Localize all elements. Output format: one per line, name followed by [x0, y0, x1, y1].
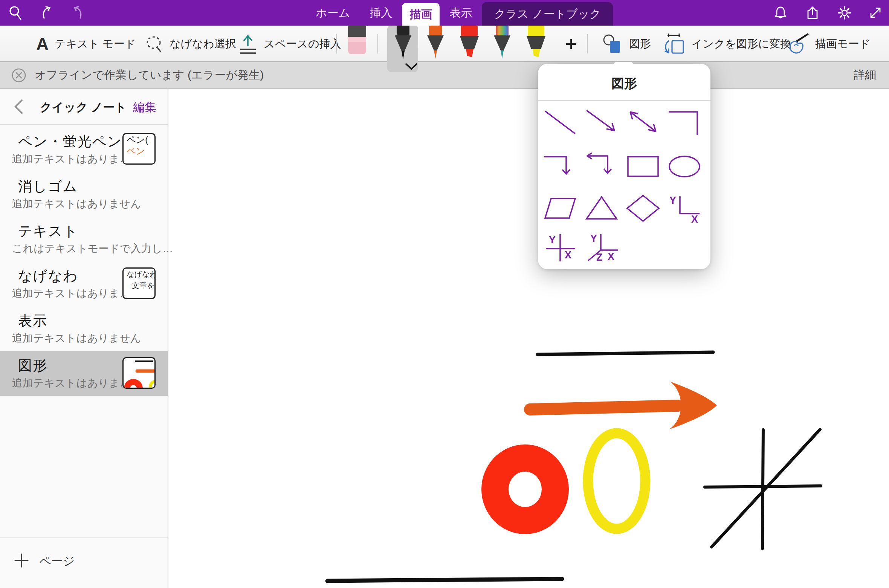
insert-space-icon: [238, 34, 258, 55]
shape-double-arrow[interactable]: [625, 108, 661, 137]
thumbnail-ink-text: なげなわ: [124, 269, 154, 280]
shape-rectangle[interactable]: [625, 151, 661, 180]
shape-line[interactable]: [542, 108, 578, 137]
shape-diamond[interactable]: [625, 194, 661, 223]
share-icon[interactable]: [805, 5, 820, 20]
banner-details-button[interactable]: 詳細: [854, 67, 876, 83]
red-highlighter-tool[interactable]: [458, 26, 481, 62]
ink-orange-arrow-shaft[interactable]: [530, 406, 678, 409]
pen-options-chevron-down-icon[interactable]: [404, 63, 419, 71]
toolbar-divider: [377, 34, 378, 53]
page-row-text[interactable]: テキスト これはテキストモードで入力し…: [0, 217, 168, 261]
search-icon[interactable]: [8, 5, 23, 20]
toolbar-divider: [336, 34, 337, 53]
shape-axis-quadrant[interactable]: Y X: [542, 234, 578, 262]
page-subtitle: 追加テキストはありま…: [12, 286, 130, 301]
thumbnail-ink-text: 文章を: [124, 280, 154, 291]
eraser-tool[interactable]: [346, 26, 368, 57]
shape-elbow-double-arrow[interactable]: [584, 151, 620, 180]
ink-to-shape-icon: [662, 32, 686, 56]
ink-cross-horizontal[interactable]: [705, 486, 821, 487]
page-thumbnail: なげなわ 文章を: [122, 267, 156, 299]
tab-home[interactable]: ホーム: [306, 0, 360, 26]
tab-draw[interactable]: 描画: [402, 3, 440, 26]
ink-black-line-top[interactable]: [538, 352, 713, 354]
shape-elbow-arrow-down[interactable]: [542, 151, 578, 180]
ink-black-line-bottom[interactable]: [327, 579, 562, 581]
shapes-button[interactable]: 図形: [602, 26, 651, 62]
shapes-icon: [602, 33, 623, 55]
popup-divider: [538, 100, 710, 101]
text-mode-label: テキスト モード: [55, 37, 136, 52]
undo-icon[interactable]: [39, 5, 54, 20]
text-mode-button[interactable]: A テキスト モード: [36, 26, 136, 62]
svg-text:Z: Z: [596, 252, 603, 262]
back-chevron-icon[interactable]: [14, 99, 23, 115]
ink-to-shape-button[interactable]: インクを図形に変換: [662, 26, 791, 62]
yellow-highlighter-tool[interactable]: [524, 26, 548, 62]
page-row-pen-highlighter[interactable]: ペン・蛍光ペン 追加テキストはありま… ペン( ペン: [0, 127, 168, 172]
shapes-popup: 図形 Y X: [538, 64, 710, 269]
shape-parallelogram[interactable]: [542, 194, 578, 223]
titlebar: ホーム 挿入 描画 表示 クラス ノートブック: [0, 0, 889, 26]
svg-text:X: X: [691, 214, 698, 223]
page-row-shapes-selected[interactable]: 図形 追加テキストはありま…: [0, 351, 168, 396]
lasso-select-button[interactable]: なげなわ選択: [145, 26, 236, 62]
page-title: 消しゴム: [18, 177, 78, 196]
shape-axis-xyz[interactable]: Y Z X: [584, 234, 620, 262]
draw-mode-label: 描画モード: [815, 37, 870, 52]
shapes-popup-title: 図形: [538, 75, 710, 92]
orange-pen-tool[interactable]: [424, 26, 447, 62]
page-subtitle: これはテキストモードで入力し…: [12, 241, 173, 256]
ink-to-shape-label: インクを図形に変換: [692, 37, 791, 52]
draw-mode-button[interactable]: 描画モード: [786, 26, 870, 62]
tab-insert[interactable]: 挿入: [360, 0, 402, 26]
shapes-label: 図形: [629, 37, 651, 52]
edit-button[interactable]: 編集: [133, 99, 156, 115]
page-subtitle: 追加テキストはありません: [12, 197, 141, 211]
shape-ellipse[interactable]: [666, 151, 703, 180]
insert-space-button[interactable]: スペースの挿入: [238, 26, 341, 62]
svg-text:Y: Y: [549, 234, 556, 246]
page-subtitle: 追加テキストはありません: [12, 331, 141, 345]
page-title: 図形: [18, 356, 47, 375]
add-page-label: ページ: [39, 553, 75, 569]
page-row-eraser[interactable]: 消しゴム 追加テキストはありません: [0, 172, 168, 217]
sidebar-header: クイック ノート 編集: [0, 89, 168, 125]
add-page-button[interactable]: ページ: [0, 538, 168, 588]
shape-axis-xy[interactable]: Y X: [666, 194, 703, 223]
offline-banner: オフラインで作業しています (エラーが発生) 詳細: [0, 62, 889, 89]
page-title: なげなわ: [18, 267, 78, 286]
resize-window-icon[interactable]: [868, 5, 883, 20]
settings-gear-icon[interactable]: [837, 5, 852, 20]
ink-yellow-ellipse[interactable]: [588, 433, 645, 529]
add-pen-button[interactable]: +: [561, 26, 582, 62]
plus-icon: [14, 553, 29, 568]
ink-red-donut[interactable]: [481, 444, 569, 534]
page-row-lasso[interactable]: なげなわ 追加テキストはありま… なげなわ 文章を: [0, 261, 168, 306]
tab-class-notebook[interactable]: クラス ノートブック: [482, 2, 613, 26]
shapes-mini-preview: [124, 358, 155, 388]
offline-banner-message: オフラインで作業しています (エラーが発生): [35, 67, 264, 83]
page-thumbnail: ペン( ペン: [122, 133, 156, 165]
svg-text:Y: Y: [669, 195, 676, 206]
page-row-view[interactable]: 表示 追加テキストはありません: [0, 306, 168, 351]
ribbon-tabs: ホーム 挿入 描画 表示 クラス ノートブック: [306, 0, 613, 26]
lasso-icon: [145, 34, 163, 54]
shape-arrow[interactable]: [584, 108, 620, 137]
shape-corner[interactable]: [666, 108, 703, 137]
shape-triangle[interactable]: [584, 194, 620, 223]
svg-text:X: X: [565, 249, 571, 261]
notifications-bell-icon[interactable]: [773, 5, 788, 20]
rainbow-pen-tool[interactable]: [491, 26, 513, 62]
page-title: 表示: [18, 312, 47, 330]
error-circle-x-icon[interactable]: [11, 68, 26, 83]
sidebar-title: クイック ノート: [40, 99, 127, 115]
page-thumbnail: [122, 357, 156, 389]
redo-icon[interactable]: [70, 5, 85, 20]
thumbnail-ink-text: ペン: [124, 145, 154, 157]
lasso-label: なげなわ選択: [170, 37, 236, 52]
tab-view[interactable]: 表示: [440, 0, 482, 26]
black-pen-tool[interactable]: [392, 26, 414, 63]
insert-space-label: スペースの挿入: [264, 37, 341, 52]
